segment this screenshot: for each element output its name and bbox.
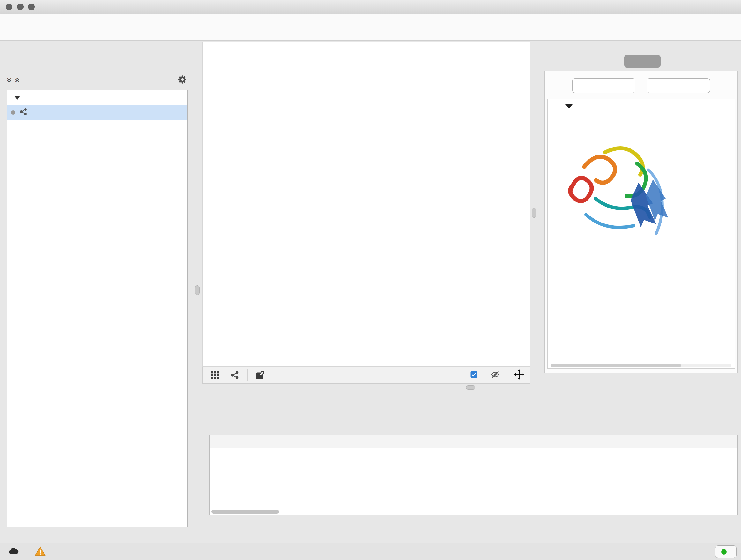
cloud-button[interactable] — [5, 545, 22, 558]
grid-view-button[interactable] — [208, 368, 222, 382]
network-tree — [7, 90, 188, 527]
main-toolbar — [0, 14, 741, 41]
node-table — [209, 435, 738, 515]
table-header-row — [210, 435, 738, 448]
network-view-toolbar — [202, 367, 530, 384]
network-canvas[interactable] — [202, 42, 530, 367]
application-window: » » — [0, 0, 741, 560]
window-controls — [6, 3, 35, 10]
splitter-handle-left[interactable] — [195, 286, 200, 295]
pan-move-icon[interactable] — [514, 369, 525, 382]
network-row[interactable] — [7, 105, 187, 120]
window-title — [0, 0, 741, 14]
splitter-handle-bottom[interactable] — [466, 385, 475, 389]
collapse-all-button[interactable] — [647, 78, 710, 93]
memory-button[interactable] — [715, 545, 737, 558]
tree-expand-caret-icon[interactable] — [14, 96, 20, 100]
table-panel-header — [206, 393, 738, 406]
toolbar-separator — [247, 369, 248, 381]
share-network-button[interactable] — [227, 368, 242, 382]
network-selection-row: » » — [7, 73, 188, 87]
control-panel-header — [4, 42, 189, 55]
warning-icon — [35, 546, 46, 558]
warning-button[interactable] — [32, 545, 49, 558]
string-network-icon — [19, 107, 28, 118]
network-options-gear-icon[interactable] — [178, 74, 188, 86]
results-panel-body — [544, 71, 738, 373]
titlebar — [0, 0, 741, 14]
crosslinks-title — [548, 253, 735, 262]
protein-description — [548, 114, 735, 119]
expand-all-icon[interactable]: » — [13, 78, 19, 83]
expand-all-button[interactable] — [572, 78, 635, 93]
splitter-handle-right[interactable] — [532, 208, 536, 218]
string-tab-badge[interactable] — [624, 55, 661, 68]
zoom-window-button[interactable] — [28, 3, 35, 10]
table-horizontal-scrollbar[interactable] — [211, 509, 279, 514]
open-in-new-window-button[interactable] — [253, 368, 267, 382]
minimize-window-button[interactable] — [17, 3, 23, 10]
network-collection-row[interactable] — [7, 90, 187, 105]
protein-section-header[interactable] — [548, 99, 735, 114]
protein-structure-image — [557, 125, 682, 253]
selected-checkbox-icon[interactable] — [469, 370, 478, 381]
network-view-status — [469, 369, 525, 382]
results-scrollbar[interactable] — [551, 364, 731, 367]
hidden-eye-icon[interactable] — [490, 370, 500, 381]
network-status-dot-icon — [11, 111, 15, 115]
protein-section — [547, 99, 735, 369]
status-bar — [0, 543, 741, 560]
memory-status-icon — [721, 549, 727, 555]
results-panel-header — [542, 42, 738, 55]
close-window-button[interactable] — [6, 3, 12, 10]
section-collapse-caret-icon[interactable] — [565, 105, 572, 109]
cloud-icon — [8, 546, 19, 558]
